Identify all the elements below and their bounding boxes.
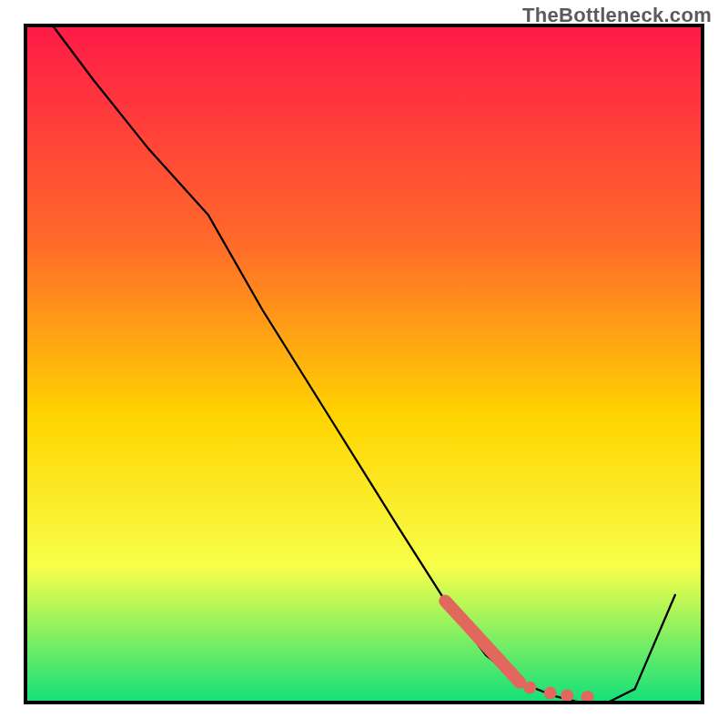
chart-svg xyxy=(0,0,728,728)
plot-background xyxy=(25,25,703,703)
dot-3 xyxy=(561,690,573,703)
dot-1 xyxy=(523,682,536,694)
watermark-label: TheBottleneck.com xyxy=(522,4,712,27)
chart-canvas: TheBottleneck.com xyxy=(0,0,728,728)
dot-2 xyxy=(544,687,557,700)
